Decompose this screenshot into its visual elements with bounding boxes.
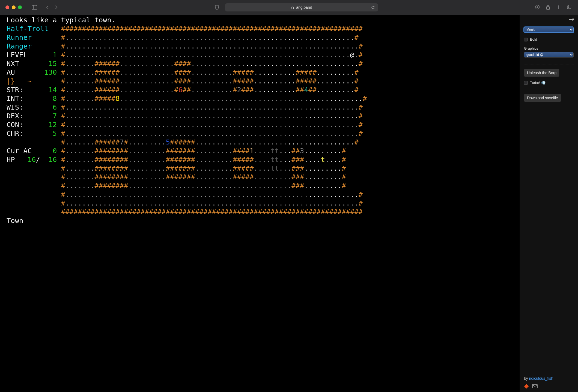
- char-class: Ranger: [7, 42, 32, 50]
- bold-checkbox-row[interactable]: Bold: [524, 37, 574, 41]
- browser-chrome: ang.band: [0, 0, 578, 15]
- label-str: STR:: [7, 86, 23, 94]
- divider: [524, 65, 574, 65]
- shop-4: 4: [304, 86, 308, 94]
- val-int: 8: [53, 94, 57, 102]
- fullscreen-window-icon[interactable]: [18, 5, 22, 9]
- val-hp-cur: 16: [28, 155, 36, 164]
- label-curac: Cur AC: [7, 147, 32, 155]
- label-int: INT:: [7, 94, 23, 102]
- svg-rect-10: [568, 5, 572, 8]
- unleash-borg-button[interactable]: Unleash the Borg: [524, 69, 559, 77]
- label-au: AU: [7, 68, 15, 76]
- expand-icon[interactable]: [569, 17, 575, 22]
- sidebar-toggle-icon[interactable]: [31, 4, 38, 10]
- val-dex: 7: [53, 112, 57, 120]
- shop-1: 1: [250, 147, 254, 155]
- credit-line: by ridiculous_fish: [524, 376, 553, 381]
- back-button-icon[interactable]: [46, 5, 49, 10]
- label-level: LEVEL: [7, 51, 28, 59]
- val-level: 1: [53, 51, 57, 59]
- label-con: CON:: [7, 120, 23, 129]
- traffic-lights: [5, 5, 22, 9]
- val-au: 130: [44, 68, 57, 76]
- svg-rect-2: [291, 7, 294, 9]
- shop-5: 5: [166, 138, 170, 146]
- val-chr: 5: [53, 129, 57, 137]
- share-icon[interactable]: [546, 5, 550, 10]
- credit-prefix: by: [524, 376, 529, 381]
- url-text: ang.band: [296, 5, 312, 10]
- turbo-label: Turbo! 💨: [530, 81, 546, 85]
- label-nxt: NXT: [7, 59, 19, 68]
- char-name: Runner: [7, 33, 32, 41]
- val-con: 12: [49, 120, 57, 129]
- svg-rect-12: [524, 384, 529, 389]
- graphics-label: Graphics: [524, 46, 574, 50]
- shop-3: 3: [300, 147, 304, 155]
- label-dex: DEX:: [7, 112, 23, 120]
- close-window-icon[interactable]: [5, 5, 9, 9]
- depth-label: Town: [7, 216, 23, 225]
- git-icon[interactable]: [524, 384, 529, 389]
- tabs-icon[interactable]: [567, 5, 573, 10]
- new-tab-icon[interactable]: [556, 5, 561, 10]
- label-hp: HP: [7, 155, 15, 164]
- label-wis: WIS:: [7, 103, 23, 111]
- terminal-output: Looks like a typical town. Half-Troll ##…: [7, 16, 519, 225]
- main: Looks like a typical town. Half-Troll ##…: [0, 15, 578, 392]
- game-message: Looks like a typical town.: [7, 16, 115, 24]
- equip-line: |} ~: [7, 77, 32, 85]
- player-icon: @: [350, 51, 354, 59]
- privacy-shield-icon[interactable]: [215, 5, 219, 10]
- val-str: 14: [49, 86, 57, 94]
- turbo-checkbox[interactable]: [524, 81, 528, 85]
- font-select[interactable]: Menlo: [524, 27, 574, 32]
- shop-2: 2: [237, 86, 241, 94]
- credit-link[interactable]: ridiculous_fish: [529, 376, 553, 381]
- val-hp-max: 16: [49, 155, 57, 164]
- lock-icon: [291, 6, 294, 9]
- bold-label: Bold: [530, 37, 537, 41]
- char-race: Half-Troll: [7, 25, 49, 33]
- mail-icon[interactable]: [532, 384, 538, 388]
- val-wis: 6: [53, 103, 57, 111]
- shop-7: 7: [120, 138, 124, 146]
- val-nxt: 15: [49, 59, 57, 68]
- game-terminal-area[interactable]: Looks like a typical town. Half-Troll ##…: [0, 15, 519, 392]
- download-savefile-button[interactable]: Download savefile: [524, 94, 561, 102]
- shop-6: 6: [178, 86, 183, 94]
- bold-checkbox[interactable]: [524, 38, 528, 41]
- forward-button-icon[interactable]: [55, 5, 58, 10]
- val-curac: 0: [53, 147, 57, 155]
- turbo-checkbox-row[interactable]: Turbo! 💨: [524, 81, 574, 85]
- graphics-select[interactable]: good old @: [524, 52, 574, 58]
- minimize-window-icon[interactable]: [12, 5, 16, 9]
- shop-8: 8: [115, 94, 120, 102]
- label-chr: CHR:: [7, 129, 23, 137]
- downloads-icon[interactable]: [535, 5, 540, 10]
- settings-sidebar: Menlo Bold Graphics good old @ Unleash t…: [519, 15, 578, 392]
- address-bar[interactable]: ang.band: [225, 3, 378, 11]
- reload-icon[interactable]: [371, 5, 375, 10]
- divider: [524, 90, 574, 90]
- svg-rect-0: [32, 5, 37, 10]
- townsfolk1: t: [321, 155, 325, 164]
